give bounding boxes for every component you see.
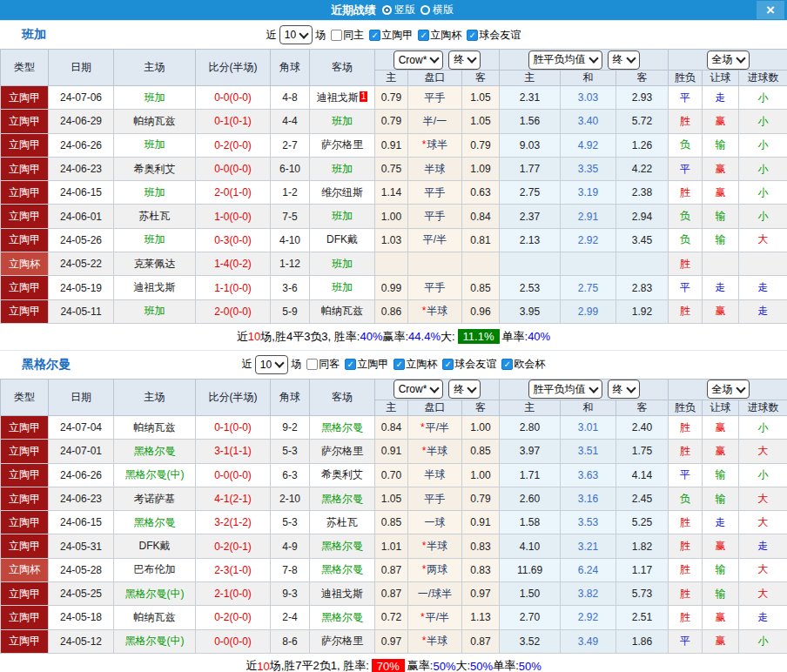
filter-checkbox-同客[interactable]: 同客 [306, 357, 340, 372]
final-select[interactable]: 终 [448, 380, 481, 399]
home-odds-cell: 0.87 [375, 558, 408, 581]
handicap-result-cell: 赢 [703, 629, 739, 653]
star-icon: * [422, 563, 427, 575]
away-odds-cell: 0.85 [462, 276, 500, 299]
checkbox-label: 同主 [343, 28, 364, 43]
team-name: 班加 [22, 27, 46, 43]
select-value: 10 [260, 359, 272, 371]
wdl-average-select[interactable]: 胜平负均值 [528, 380, 602, 399]
bookmaker-select[interactable]: Crow* [394, 50, 444, 70]
filter-checkbox-立陶杯[interactable]: ✓立陶杯 [418, 28, 461, 43]
result-cell: 平 [669, 157, 703, 180]
goals-result-cell [739, 252, 787, 276]
euro-away-cell: 2.83 [616, 276, 669, 299]
layout-radio-horizontal[interactable]: 横版 [420, 3, 454, 17]
filter-checkbox-欧会杯[interactable]: ✓欧会杯 [501, 357, 545, 372]
handicap-value: 一/球半 [418, 588, 452, 600]
euro-draw-cell: 4.92 [561, 133, 616, 157]
score-cell: 1-4(0-2) [196, 252, 271, 276]
euro-away-cell: 5.25 [616, 511, 669, 534]
filters: 近10场同主✓立陶甲✓立陶杯✓球会友谊 [266, 25, 521, 44]
column-header: 日期 [49, 379, 114, 415]
table-row: 立陶甲24-05-12黑格尔曼(中)0-0(0-0)8-6萨尔格里0.97*半球… [1, 629, 787, 653]
full-match-select[interactable]: 全场 [707, 50, 750, 70]
home-odds-cell [375, 252, 408, 276]
bookmaker-select[interactable]: Crow* [394, 380, 444, 399]
filter-checkbox-立陶杯[interactable]: ✓立陶杯 [394, 357, 437, 372]
home-odds-cell: 0.70 [375, 463, 408, 487]
star-icon: * [420, 421, 425, 433]
checkbox-label: 球会友谊 [479, 28, 521, 43]
home-odds-cell: 1.05 [375, 487, 408, 510]
away-team-cell: 维尔纽斯 [310, 181, 375, 205]
summary-segment: 近 [237, 329, 248, 345]
filter-checkbox-球会友谊[interactable]: ✓球会友谊 [442, 357, 496, 372]
euro-home-cell: 3.97 [500, 440, 561, 463]
matches-table: 类型日期主场比分(半场)角球客场Crow*终胜平负均值终全场主盘口客主和客胜负让… [0, 49, 787, 324]
summary-segment: 单率: [493, 658, 519, 672]
checkbox-checked-icon: ✓ [501, 359, 513, 370]
page-title: 近期战绩 [331, 3, 376, 18]
filter-checkbox-同主[interactable]: 同主 [331, 28, 364, 43]
layout-radio-vertical[interactable]: 竖版 [382, 3, 415, 17]
checkbox-label: 欧会杯 [514, 357, 545, 372]
summary-segment: 单率: [502, 329, 528, 345]
full-match-select[interactable]: 全场 [707, 380, 750, 399]
handicap-value: 半球 [427, 445, 447, 457]
games-count-select[interactable]: 10 [279, 25, 313, 44]
league-cell: 立陶甲 [1, 276, 49, 299]
halftime-score: (1-2) [230, 516, 252, 528]
final-select[interactable]: 终 [608, 50, 640, 70]
home-team-cell: 黑格尔曼 [114, 511, 196, 534]
header-row-top: 类型日期主场比分(半场)角球客场Crow*终胜平负均值终全场 [1, 50, 787, 71]
score-cell: 2-0(1-0) [196, 181, 271, 205]
away-odds-cell: 0.84 [462, 205, 500, 228]
checkbox-unchecked-icon [331, 30, 342, 41]
handicap-cell: *平/半 [408, 415, 462, 439]
home-odds-cell: 0.75 [375, 157, 408, 180]
radio-vertical-label: 竖版 [394, 3, 415, 17]
final-select[interactable]: 终 [448, 50, 481, 70]
filter-checkbox-立陶甲[interactable]: ✓立陶甲 [345, 357, 388, 372]
away-team-cell: 萨尔格里 [310, 440, 375, 463]
wdl-average-select[interactable]: 胜平负均值 [528, 50, 602, 70]
summary-segment: 赢率: [382, 329, 408, 345]
table-row: 立陶甲24-07-04帕纳瓦兹0-1(0-0)9-2黑格尔曼0.84*平/半1.… [1, 415, 787, 439]
league-cell: 立陶甲 [1, 86, 49, 110]
filter-checkbox-球会友谊[interactable]: ✓球会友谊 [467, 28, 521, 43]
summary-segment: 10 [257, 660, 269, 672]
euro-home-cell: 3.52 [500, 629, 561, 653]
euro-home-cell: 2.70 [500, 606, 561, 629]
goals-result-cell: 大 [739, 440, 787, 463]
checkbox-label: 立陶甲 [381, 28, 413, 43]
games-count-select[interactable]: 10 [255, 355, 288, 374]
handicap-result-cell: 赢 [703, 181, 739, 205]
chevron-down-icon [299, 29, 309, 38]
summary-segment: 40% [360, 330, 382, 343]
goals-result-cell: 大 [739, 511, 787, 534]
score-cell: 1-1(0-0) [196, 276, 271, 299]
games-label: 场 [291, 357, 301, 372]
euro-draw-cell: 3.40 [561, 110, 616, 133]
away-team-cell: 班加 [310, 276, 375, 299]
select-value: Crow* [399, 54, 427, 66]
close-icon[interactable]: × [757, 1, 784, 19]
chevron-down-icon [626, 383, 636, 393]
fulltime-score: 0-0 [214, 91, 229, 104]
summary-segment: 50% [433, 660, 455, 672]
goals-result-cell: 小 [739, 463, 787, 487]
star-icon: * [422, 445, 427, 457]
league-cell: 立陶甲 [1, 205, 49, 228]
score-cell: 0-0(0-0) [196, 463, 271, 487]
filter-checkbox-立陶甲[interactable]: ✓立陶甲 [369, 28, 413, 43]
handicap-result-cell: 走 [703, 511, 739, 534]
handicap-cell: *半球 [408, 299, 462, 323]
score-cell: 2-3(1-0) [196, 558, 271, 581]
home-team-cell: 希奥利艾 [114, 157, 196, 180]
column-header: 角球 [271, 379, 310, 415]
handicap-value: 平手 [425, 493, 446, 505]
away-odds-cell: 0.96 [462, 299, 500, 323]
handicap-value: 半/一 [423, 115, 447, 127]
euro-away-cell: 4.14 [616, 463, 669, 487]
final-select[interactable]: 终 [608, 380, 640, 399]
